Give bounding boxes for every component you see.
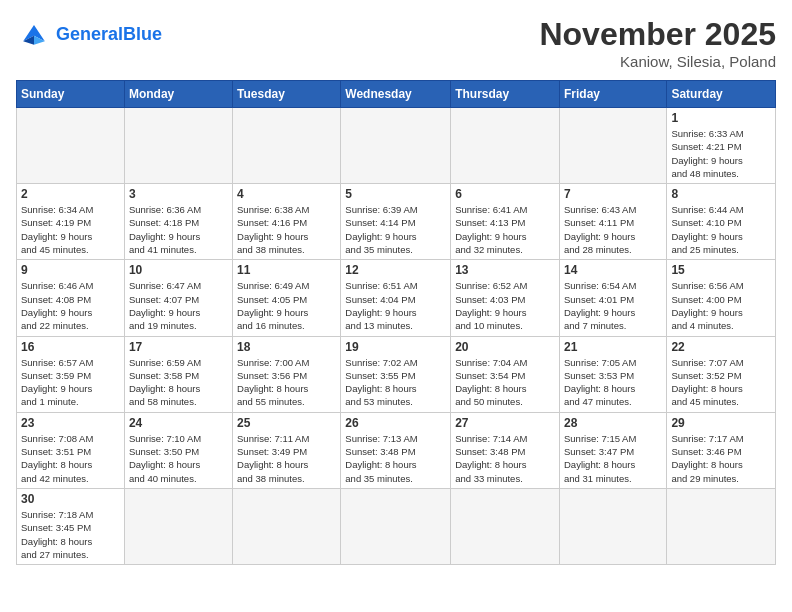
weekday-header: Thursday: [451, 81, 560, 108]
calendar-day-cell: [341, 488, 451, 564]
calendar-day-cell: [124, 488, 232, 564]
day-info: Sunrise: 7:05 AM Sunset: 3:53 PM Dayligh…: [564, 356, 662, 409]
day-number: 4: [237, 187, 336, 201]
calendar-day-cell: 2Sunrise: 6:34 AM Sunset: 4:19 PM Daylig…: [17, 184, 125, 260]
calendar-day-cell: 20Sunrise: 7:04 AM Sunset: 3:54 PM Dayli…: [451, 336, 560, 412]
day-info: Sunrise: 7:14 AM Sunset: 3:48 PM Dayligh…: [455, 432, 555, 485]
day-number: 16: [21, 340, 120, 354]
day-info: Sunrise: 7:07 AM Sunset: 3:52 PM Dayligh…: [671, 356, 771, 409]
day-info: Sunrise: 6:54 AM Sunset: 4:01 PM Dayligh…: [564, 279, 662, 332]
calendar-day-cell: [451, 488, 560, 564]
day-number: 11: [237, 263, 336, 277]
day-info: Sunrise: 6:51 AM Sunset: 4:04 PM Dayligh…: [345, 279, 446, 332]
day-info: Sunrise: 6:57 AM Sunset: 3:59 PM Dayligh…: [21, 356, 120, 409]
weekday-header: Friday: [559, 81, 666, 108]
day-number: 28: [564, 416, 662, 430]
day-number: 29: [671, 416, 771, 430]
calendar-week-row: 16Sunrise: 6:57 AM Sunset: 3:59 PM Dayli…: [17, 336, 776, 412]
calendar-day-cell: [233, 108, 341, 184]
calendar-day-cell: 22Sunrise: 7:07 AM Sunset: 3:52 PM Dayli…: [667, 336, 776, 412]
logo-blue: Blue: [123, 24, 162, 44]
calendar-day-cell: [233, 488, 341, 564]
calendar-day-cell: 17Sunrise: 6:59 AM Sunset: 3:58 PM Dayli…: [124, 336, 232, 412]
calendar-day-cell: 11Sunrise: 6:49 AM Sunset: 4:05 PM Dayli…: [233, 260, 341, 336]
calendar-day-cell: [17, 108, 125, 184]
day-number: 23: [21, 416, 120, 430]
weekday-header: Monday: [124, 81, 232, 108]
logo-icon: [16, 16, 52, 52]
calendar-day-cell: 25Sunrise: 7:11 AM Sunset: 3:49 PM Dayli…: [233, 412, 341, 488]
day-number: 25: [237, 416, 336, 430]
day-info: Sunrise: 7:00 AM Sunset: 3:56 PM Dayligh…: [237, 356, 336, 409]
calendar-day-cell: 19Sunrise: 7:02 AM Sunset: 3:55 PM Dayli…: [341, 336, 451, 412]
calendar-day-cell: 30Sunrise: 7:18 AM Sunset: 3:45 PM Dayli…: [17, 488, 125, 564]
day-info: Sunrise: 7:04 AM Sunset: 3:54 PM Dayligh…: [455, 356, 555, 409]
day-number: 2: [21, 187, 120, 201]
day-info: Sunrise: 6:52 AM Sunset: 4:03 PM Dayligh…: [455, 279, 555, 332]
calendar-day-cell: 10Sunrise: 6:47 AM Sunset: 4:07 PM Dayli…: [124, 260, 232, 336]
calendar-day-cell: 3Sunrise: 6:36 AM Sunset: 4:18 PM Daylig…: [124, 184, 232, 260]
day-info: Sunrise: 7:11 AM Sunset: 3:49 PM Dayligh…: [237, 432, 336, 485]
calendar-day-cell: [124, 108, 232, 184]
calendar-day-cell: 9Sunrise: 6:46 AM Sunset: 4:08 PM Daylig…: [17, 260, 125, 336]
day-number: 10: [129, 263, 228, 277]
calendar-day-cell: 13Sunrise: 6:52 AM Sunset: 4:03 PM Dayli…: [451, 260, 560, 336]
day-number: 30: [21, 492, 120, 506]
location: Kaniow, Silesia, Poland: [539, 53, 776, 70]
calendar-day-cell: [559, 488, 666, 564]
day-number: 21: [564, 340, 662, 354]
day-number: 18: [237, 340, 336, 354]
calendar-day-cell: [451, 108, 560, 184]
day-number: 12: [345, 263, 446, 277]
day-info: Sunrise: 6:46 AM Sunset: 4:08 PM Dayligh…: [21, 279, 120, 332]
day-info: Sunrise: 6:56 AM Sunset: 4:00 PM Dayligh…: [671, 279, 771, 332]
logo: GeneralBlue: [16, 16, 162, 52]
day-info: Sunrise: 7:18 AM Sunset: 3:45 PM Dayligh…: [21, 508, 120, 561]
day-number: 15: [671, 263, 771, 277]
day-number: 19: [345, 340, 446, 354]
day-info: Sunrise: 6:59 AM Sunset: 3:58 PM Dayligh…: [129, 356, 228, 409]
day-info: Sunrise: 6:47 AM Sunset: 4:07 PM Dayligh…: [129, 279, 228, 332]
calendar-table: SundayMondayTuesdayWednesdayThursdayFrid…: [16, 80, 776, 565]
day-info: Sunrise: 7:15 AM Sunset: 3:47 PM Dayligh…: [564, 432, 662, 485]
day-number: 26: [345, 416, 446, 430]
day-info: Sunrise: 7:02 AM Sunset: 3:55 PM Dayligh…: [345, 356, 446, 409]
logo-general: General: [56, 24, 123, 44]
day-info: Sunrise: 6:33 AM Sunset: 4:21 PM Dayligh…: [671, 127, 771, 180]
calendar-week-row: 30Sunrise: 7:18 AM Sunset: 3:45 PM Dayli…: [17, 488, 776, 564]
calendar-day-cell: 27Sunrise: 7:14 AM Sunset: 3:48 PM Dayli…: [451, 412, 560, 488]
weekday-header: Saturday: [667, 81, 776, 108]
calendar-day-cell: 1Sunrise: 6:33 AM Sunset: 4:21 PM Daylig…: [667, 108, 776, 184]
day-info: Sunrise: 6:39 AM Sunset: 4:14 PM Dayligh…: [345, 203, 446, 256]
calendar-day-cell: [667, 488, 776, 564]
calendar-day-cell: [559, 108, 666, 184]
weekday-header: Tuesday: [233, 81, 341, 108]
day-number: 13: [455, 263, 555, 277]
day-info: Sunrise: 7:08 AM Sunset: 3:51 PM Dayligh…: [21, 432, 120, 485]
day-number: 27: [455, 416, 555, 430]
calendar-day-cell: 29Sunrise: 7:17 AM Sunset: 3:46 PM Dayli…: [667, 412, 776, 488]
calendar-day-cell: 21Sunrise: 7:05 AM Sunset: 3:53 PM Dayli…: [559, 336, 666, 412]
calendar-day-cell: 8Sunrise: 6:44 AM Sunset: 4:10 PM Daylig…: [667, 184, 776, 260]
weekday-header: Sunday: [17, 81, 125, 108]
calendar-header-row: SundayMondayTuesdayWednesdayThursdayFrid…: [17, 81, 776, 108]
day-info: Sunrise: 6:43 AM Sunset: 4:11 PM Dayligh…: [564, 203, 662, 256]
day-info: Sunrise: 6:44 AM Sunset: 4:10 PM Dayligh…: [671, 203, 771, 256]
logo-text: GeneralBlue: [56, 25, 162, 43]
calendar-day-cell: 4Sunrise: 6:38 AM Sunset: 4:16 PM Daylig…: [233, 184, 341, 260]
day-number: 5: [345, 187, 446, 201]
calendar-day-cell: 12Sunrise: 6:51 AM Sunset: 4:04 PM Dayli…: [341, 260, 451, 336]
day-number: 20: [455, 340, 555, 354]
calendar-day-cell: 7Sunrise: 6:43 AM Sunset: 4:11 PM Daylig…: [559, 184, 666, 260]
day-info: Sunrise: 7:17 AM Sunset: 3:46 PM Dayligh…: [671, 432, 771, 485]
calendar-day-cell: 24Sunrise: 7:10 AM Sunset: 3:50 PM Dayli…: [124, 412, 232, 488]
day-info: Sunrise: 6:34 AM Sunset: 4:19 PM Dayligh…: [21, 203, 120, 256]
calendar-week-row: 2Sunrise: 6:34 AM Sunset: 4:19 PM Daylig…: [17, 184, 776, 260]
calendar-day-cell: 6Sunrise: 6:41 AM Sunset: 4:13 PM Daylig…: [451, 184, 560, 260]
day-info: Sunrise: 6:38 AM Sunset: 4:16 PM Dayligh…: [237, 203, 336, 256]
day-number: 24: [129, 416, 228, 430]
calendar-week-row: 1Sunrise: 6:33 AM Sunset: 4:21 PM Daylig…: [17, 108, 776, 184]
calendar-day-cell: 26Sunrise: 7:13 AM Sunset: 3:48 PM Dayli…: [341, 412, 451, 488]
calendar-day-cell: 14Sunrise: 6:54 AM Sunset: 4:01 PM Dayli…: [559, 260, 666, 336]
calendar-day-cell: [341, 108, 451, 184]
